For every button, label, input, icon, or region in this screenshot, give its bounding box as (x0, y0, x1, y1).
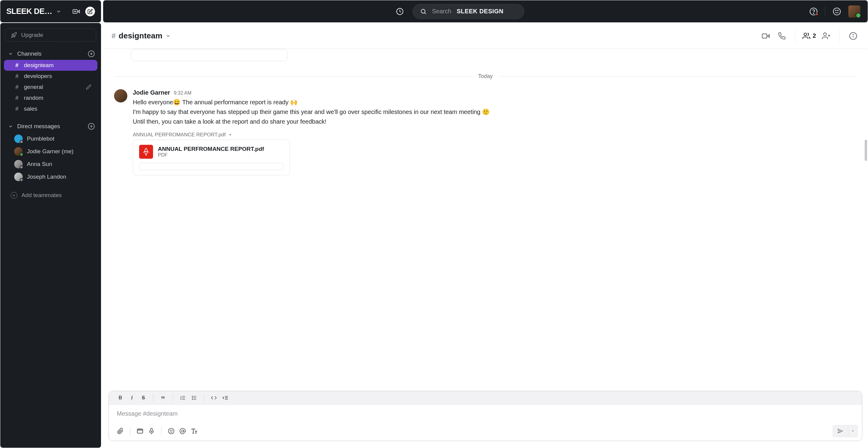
search-label: Search (432, 8, 451, 15)
search-workspace-label: SLEEK DESIGN (457, 8, 503, 15)
date-separator-label: Today (478, 73, 493, 79)
dm-list: PumblebotJodie Garner (me)Anna SunJoseph… (0, 132, 101, 183)
history-icon[interactable] (396, 7, 404, 16)
hash-icon: # (112, 32, 116, 40)
codeblock-button[interactable] (220, 393, 230, 403)
main-panel: # designteam (103, 23, 868, 448)
attachment-info: ANNUAL PERFROMANCE REPORT.pdf PDF (158, 146, 264, 158)
help-icon[interactable] (809, 7, 818, 16)
message-author[interactable]: Jodie Garner (133, 89, 170, 96)
compose-icon[interactable] (85, 7, 95, 16)
channel-item-label: developers (24, 73, 91, 79)
dm-item-label: Jodie Garner (me) (27, 148, 73, 155)
svg-point-5 (421, 9, 425, 13)
add-dm-icon[interactable] (88, 123, 95, 130)
attachment-filename: ANNUAL PERFROMANCE REPORT.pdf (158, 146, 264, 152)
send-button-group (833, 425, 858, 437)
upgrade-label: Upgrade (21, 32, 43, 38)
channel-item-developers[interactable]: #developers (4, 71, 97, 82)
emoji-icon[interactable] (166, 426, 176, 436)
code-button[interactable] (209, 393, 219, 403)
message-item: Jodie Garner 9:32 AM Hello everyone😄 The… (114, 89, 857, 175)
video-call-icon[interactable] (760, 30, 772, 42)
dm-avatar (14, 160, 23, 168)
scrollbar[interactable] (865, 140, 867, 161)
record-video-icon[interactable] (135, 426, 145, 436)
message-list[interactable]: Today Jodie Garner 9:32 AM Hello everyon… (103, 49, 868, 391)
plus-icon: + (10, 192, 17, 199)
edit-icon[interactable] (86, 84, 91, 90)
hash-icon: # (14, 62, 20, 69)
message-line: Until then, you can take a look at the r… (133, 117, 857, 126)
bold-button[interactable]: B (116, 393, 125, 403)
channel-item-sales[interactable]: #sales (4, 103, 97, 114)
bullet-list-button[interactable] (189, 393, 199, 403)
message-line: Hello everyone😄 The annual performance r… (133, 97, 857, 107)
dm-avatar (14, 172, 23, 181)
channel-item-designteam[interactable]: #designteam (4, 60, 97, 71)
italic-button[interactable]: I (127, 393, 137, 403)
add-channel-icon[interactable] (88, 50, 95, 58)
channel-title-button[interactable]: # designteam (112, 31, 171, 40)
upgrade-button[interactable]: Upgrade (5, 28, 96, 42)
dm-item[interactable]: Anna Sun (4, 158, 97, 170)
send-button[interactable] (833, 425, 848, 437)
channel-item-random[interactable]: #random (4, 93, 97, 103)
topbar-main: Search SLEEK DESIGN (103, 0, 868, 22)
ordered-list-button[interactable] (178, 393, 187, 403)
workspace-name-label: SLEEK DE… (6, 7, 52, 16)
channels-section-header[interactable]: Channels (0, 49, 101, 60)
previous-attachment-preview[interactable] (131, 49, 288, 61)
dm-item[interactable]: Jodie Garner (me) (4, 145, 97, 158)
topbar-left-actions (72, 7, 95, 16)
dm-item[interactable]: Pumblebot (4, 132, 97, 145)
message-body: Jodie Garner 9:32 AM Hello everyone😄 The… (133, 89, 857, 175)
composer-wrap: B I S (103, 391, 868, 448)
svg-rect-18 (762, 34, 767, 38)
search-input[interactable]: Search SLEEK DESIGN (412, 4, 524, 19)
divider (161, 427, 161, 435)
search-icon (420, 8, 427, 15)
dm-section-header[interactable]: Direct messages (0, 121, 101, 132)
strikethrough-button[interactable]: S (138, 393, 148, 403)
chevron-down-icon (165, 33, 171, 39)
channel-item-general[interactable]: #general (4, 82, 97, 93)
add-teammates-button[interactable]: + Add teammates (0, 190, 101, 201)
attachment-row: ANNUAL PERFROMANCE REPORT.pdf PDF (139, 145, 284, 159)
send-options-button[interactable] (848, 426, 858, 436)
svg-point-20 (804, 33, 807, 36)
text-format-icon[interactable] (189, 426, 199, 436)
message-text: Hello everyone😄 The annual performance r… (133, 97, 857, 126)
mention-icon[interactable] (178, 426, 187, 436)
emoji-reaction-icon[interactable] (833, 7, 841, 16)
channel-item-label: sales (24, 105, 91, 112)
message-input[interactable] (109, 405, 862, 423)
record-audio-icon[interactable] (147, 426, 156, 436)
message-time: 9:32 AM (174, 90, 191, 96)
attachment-card[interactable]: ANNUAL PERFROMANCE REPORT.pdf PDF (133, 140, 290, 175)
add-member-icon[interactable] (820, 30, 832, 42)
divider (153, 394, 153, 402)
channel-list: #designteam#developers#general#random#sa… (0, 60, 101, 114)
divider (499, 76, 857, 76)
quote-button[interactable] (158, 393, 168, 403)
message-avatar[interactable] (114, 89, 127, 102)
member-count-button[interactable]: 2 (802, 32, 816, 40)
channel-info-icon[interactable] (847, 30, 859, 42)
channel-item-label: random (24, 95, 91, 101)
attach-icon[interactable] (116, 426, 125, 436)
topbar: SLEEK DE… (0, 0, 868, 23)
svg-point-11 (837, 10, 838, 10)
channel-header: # designteam (103, 23, 868, 49)
composer-action-bar (109, 423, 862, 441)
svg-rect-40 (137, 429, 143, 433)
attachment-toggle[interactable]: ANNUAL PERFROMANCE REPORT.pdf (133, 132, 857, 138)
svg-point-34 (192, 396, 193, 396)
svg-point-21 (824, 33, 826, 35)
dm-item[interactable]: Joseph Landon (4, 170, 97, 183)
audio-call-icon[interactable] (776, 30, 787, 42)
new-video-icon[interactable] (72, 7, 81, 16)
workspace-switcher[interactable]: SLEEK DE… (6, 7, 72, 16)
user-avatar[interactable] (848, 5, 861, 18)
presence-indicator (20, 178, 23, 182)
